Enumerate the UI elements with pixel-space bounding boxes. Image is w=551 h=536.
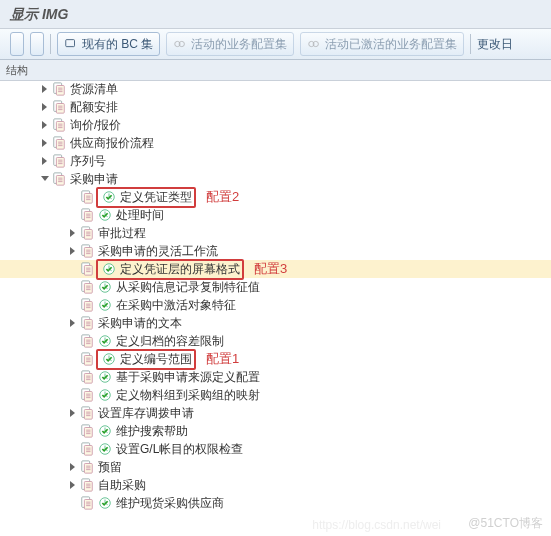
highlight-box: 定义凭证类型 (96, 187, 196, 208)
expand-caret-icon[interactable] (40, 84, 50, 94)
tree-row[interactable]: 从采购信息记录复制特征值 (0, 278, 551, 296)
tree-row[interactable]: 处理时间 (0, 206, 551, 224)
tree-node-label: 配额安排 (68, 99, 118, 116)
tree-node-label: 定义物料组到采购组的映射 (114, 387, 260, 404)
img-doc-icon[interactable] (80, 352, 94, 366)
tree-row[interactable]: 定义物料组到采购组的映射 (0, 386, 551, 404)
active-bc-button[interactable]: 活动的业务配置集 (166, 32, 294, 56)
img-doc-icon[interactable] (80, 424, 94, 438)
caret-placeholder (68, 210, 78, 220)
img-activity-icon[interactable] (98, 442, 112, 456)
expand-caret-icon[interactable] (40, 102, 50, 112)
img-doc-icon[interactable] (80, 262, 94, 276)
expand-caret-icon[interactable] (68, 246, 78, 256)
separator (470, 34, 471, 54)
tree-row[interactable]: 维护现货采购供应商 (0, 494, 551, 512)
expand-caret-icon[interactable] (68, 318, 78, 328)
caret-placeholder (68, 264, 78, 274)
activated-bc-label: 活动已激活的业务配置集 (325, 36, 457, 53)
activated-bc-button[interactable]: 活动已激活的业务配置集 (300, 32, 464, 56)
existing-bc-button[interactable]: 现有的 BC 集 (57, 32, 160, 56)
tree-row[interactable]: 定义凭证类型配置2 (0, 188, 551, 206)
expand-all-button[interactable] (10, 32, 24, 56)
tree-row[interactable]: 审批过程 (0, 224, 551, 242)
tree-row[interactable]: 采购申请的灵活工作流 (0, 242, 551, 260)
tree-row[interactable]: 询价/报价 (0, 116, 551, 134)
img-doc-icon[interactable] (80, 388, 94, 402)
img-doc-icon[interactable] (80, 208, 94, 222)
tree-row[interactable]: 货源清单 (0, 80, 551, 98)
img-doc-icon[interactable] (80, 190, 94, 204)
img-activity-icon[interactable] (98, 424, 112, 438)
tree[interactable]: 货源清单配额安排询价/报价供应商报价流程序列号采购申请定义凭证类型配置2处理时间… (0, 80, 551, 536)
caret-placeholder (68, 300, 78, 310)
tree-row[interactable]: 定义归档的容差限制 (0, 332, 551, 350)
more-label[interactable]: 更改日 (477, 36, 513, 53)
img-doc-icon[interactable] (52, 172, 66, 186)
img-doc-icon[interactable] (80, 496, 94, 510)
img-activity-icon[interactable] (98, 388, 112, 402)
tree-row[interactable]: 序列号 (0, 152, 551, 170)
img-doc-icon[interactable] (52, 154, 66, 168)
collapse-all-button[interactable] (30, 32, 44, 56)
tree-row[interactable]: 采购申请 (0, 170, 551, 188)
img-doc-icon[interactable] (52, 82, 66, 96)
expand-caret-icon[interactable] (68, 228, 78, 238)
expand-caret-icon[interactable] (68, 408, 78, 418)
caret-placeholder (68, 192, 78, 202)
tree-area: 结构 货源清单配额安排询价/报价供应商报价流程序列号采购申请定义凭证类型配置2处… (0, 60, 551, 536)
img-doc-icon[interactable] (80, 460, 94, 474)
watermark: https://blog.csdn.net/wei (312, 518, 441, 532)
img-activity-icon[interactable] (98, 298, 112, 312)
tree-row[interactable]: 采购申请的文本 (0, 314, 551, 332)
tree-node-label: 基于采购申请来源定义配置 (114, 369, 260, 386)
highlight-box: 定义编号范围 (96, 349, 196, 370)
expand-caret-icon[interactable] (40, 138, 50, 148)
img-activity-icon[interactable] (98, 208, 112, 222)
annotation-label: 配置1 (206, 350, 239, 368)
img-doc-icon[interactable] (80, 334, 94, 348)
img-doc-icon[interactable] (80, 244, 94, 258)
tree-row[interactable]: 定义编号范围配置1 (0, 350, 551, 368)
img-activity-icon[interactable] (102, 190, 116, 204)
tree-row[interactable]: 维护搜索帮助 (0, 422, 551, 440)
img-doc-icon[interactable] (80, 298, 94, 312)
img-doc-icon[interactable] (80, 442, 94, 456)
tree-node-label: 在采购中激活对象特征 (114, 297, 236, 314)
expand-caret-icon[interactable] (68, 480, 78, 490)
tree-row[interactable]: 供应商报价流程 (0, 134, 551, 152)
img-doc-icon[interactable] (80, 226, 94, 240)
img-doc-icon[interactable] (80, 478, 94, 492)
tree-row[interactable]: 自助采购 (0, 476, 551, 494)
expand-caret-icon[interactable] (40, 156, 50, 166)
watermark: @51CTO博客 (468, 515, 543, 532)
tree-node-label: 审批过程 (96, 225, 146, 242)
tree-row[interactable]: 预留 (0, 458, 551, 476)
expand-caret-icon[interactable] (68, 462, 78, 472)
tree-row[interactable]: 设置G/L帐目的权限检查 (0, 440, 551, 458)
img-activity-icon[interactable] (98, 334, 112, 348)
img-doc-icon[interactable] (80, 280, 94, 294)
img-doc-icon[interactable] (52, 136, 66, 150)
img-doc-icon[interactable] (52, 118, 66, 132)
img-activity-icon[interactable] (98, 496, 112, 510)
expand-caret-icon[interactable] (40, 174, 50, 184)
tree-row[interactable]: 基于采购申请来源定义配置 (0, 368, 551, 386)
tree-row[interactable]: 定义凭证层的屏幕格式配置3 (0, 260, 551, 278)
img-activity-icon[interactable] (102, 262, 116, 276)
tree-node-label: 从采购信息记录复制特征值 (114, 279, 260, 296)
img-doc-icon[interactable] (80, 406, 94, 420)
caret-placeholder (68, 444, 78, 454)
img-activity-icon[interactable] (98, 280, 112, 294)
img-doc-icon[interactable] (52, 100, 66, 114)
tree-node-label: 定义凭证类型 (118, 189, 192, 206)
img-doc-icon[interactable] (80, 316, 94, 330)
img-activity-icon[interactable] (102, 352, 116, 366)
tree-row[interactable]: 在采购中激活对象特征 (0, 296, 551, 314)
img-doc-icon[interactable] (80, 370, 94, 384)
tree-row[interactable]: 配额安排 (0, 98, 551, 116)
tree-row[interactable]: 设置库存调拨申请 (0, 404, 551, 422)
img-activity-icon[interactable] (98, 370, 112, 384)
expand-caret-icon[interactable] (40, 120, 50, 130)
svg-rect-0 (66, 40, 75, 47)
